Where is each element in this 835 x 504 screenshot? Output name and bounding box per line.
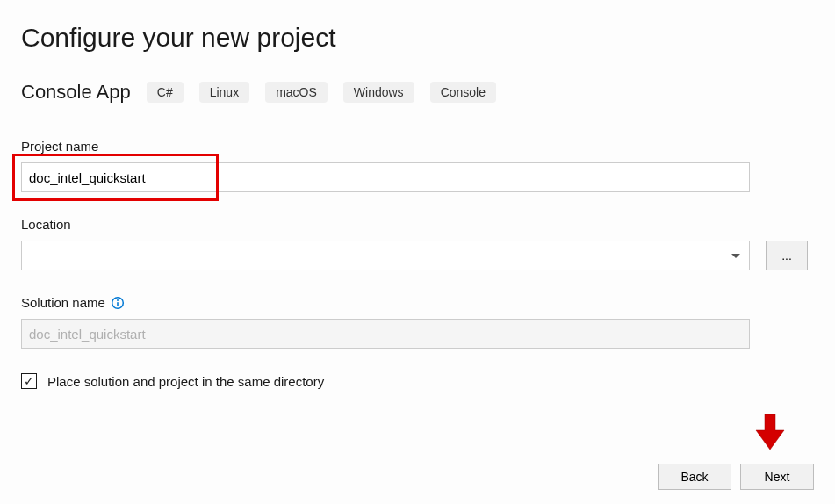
solution-name-label: Solution name bbox=[21, 295, 814, 310]
back-button[interactable]: Back bbox=[658, 464, 731, 490]
template-header: Console App C# Linux macOS Windows Conso… bbox=[21, 81, 814, 104]
tag-macos: macOS bbox=[265, 82, 328, 103]
tag-console: Console bbox=[430, 82, 496, 103]
tag-windows: Windows bbox=[343, 82, 414, 103]
tag-csharp: C# bbox=[147, 82, 184, 103]
template-name: Console App bbox=[21, 81, 131, 104]
solution-name-label-text: Solution name bbox=[21, 295, 105, 310]
footer-buttons: Back Next bbox=[658, 464, 814, 490]
project-name-group: Project name bbox=[21, 139, 814, 192]
chevron-down-icon bbox=[731, 254, 740, 258]
arrow-annotation bbox=[752, 413, 788, 455]
page-title: Configure your new project bbox=[21, 23, 814, 53]
tag-linux: Linux bbox=[199, 82, 249, 103]
svg-rect-2 bbox=[117, 302, 119, 306]
same-directory-checkbox[interactable]: ✓ bbox=[21, 373, 37, 389]
same-directory-row: ✓ Place solution and project in the same… bbox=[21, 373, 814, 389]
browse-button[interactable]: ... bbox=[766, 241, 808, 270]
solution-name-input bbox=[21, 319, 750, 349]
location-label: Location bbox=[21, 217, 814, 232]
project-name-input[interactable] bbox=[21, 162, 750, 192]
checkmark-icon: ✓ bbox=[24, 375, 34, 387]
location-group: Location ... bbox=[21, 217, 814, 270]
svg-point-1 bbox=[117, 299, 119, 301]
info-icon[interactable] bbox=[111, 296, 125, 310]
location-combobox[interactable] bbox=[21, 241, 750, 270]
same-directory-label: Place solution and project in the same d… bbox=[47, 374, 324, 389]
next-button[interactable]: Next bbox=[740, 464, 814, 490]
project-name-label: Project name bbox=[21, 139, 814, 154]
solution-name-group: Solution name bbox=[21, 295, 814, 349]
